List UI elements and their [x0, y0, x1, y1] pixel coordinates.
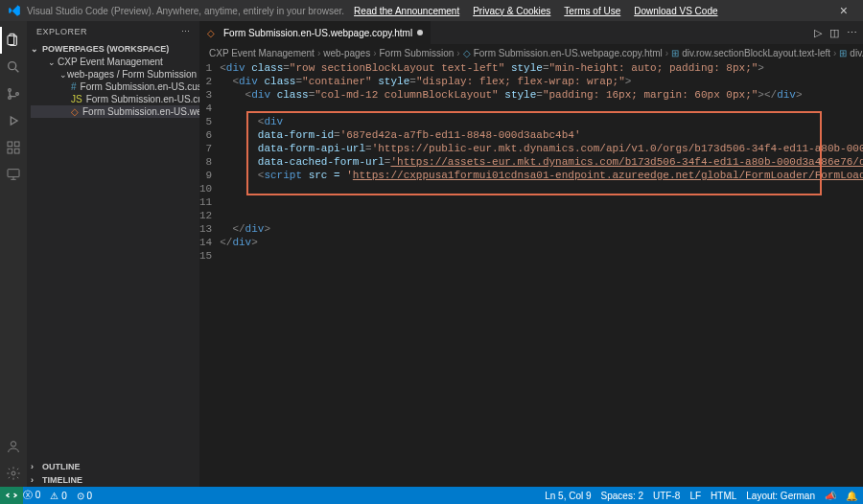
status-bar: ⓧ 0 ⚠ 0 ⊙ 0 Ln 5, Col 9 Spaces: 2 UTF-8 …: [0, 487, 863, 504]
search-icon[interactable]: [0, 54, 27, 80]
link-announcement[interactable]: Read the Announcement: [354, 6, 459, 16]
activity-bar: [0, 21, 27, 487]
link-privacy[interactable]: Privacy & Cookies: [473, 6, 550, 16]
split-editor-icon[interactable]: ◫: [829, 27, 839, 39]
svg-point-1: [9, 89, 12, 92]
link-terms[interactable]: Terms of Use: [564, 6, 620, 16]
status-ports[interactable]: ⊙ 0: [77, 491, 92, 501]
brackets-icon: ⊞: [839, 48, 847, 58]
run-icon[interactable]: ▷: [814, 27, 822, 39]
svg-point-0: [9, 62, 16, 70]
status-layout[interactable]: Layout: German: [746, 491, 815, 501]
close-icon[interactable]: ×: [832, 3, 855, 18]
account-icon[interactable]: [0, 433, 27, 460]
tab-active[interactable]: ◇ Form Submission.en-US.webpage.copy.htm…: [199, 21, 432, 44]
outline-header[interactable]: › OUTLINE: [27, 460, 199, 473]
status-spaces[interactable]: Spaces: 2: [601, 491, 643, 501]
sidebar: EXPLORER ⋯ ⌄ POWERPAGES (WORKSPACE) ⌄ CX…: [27, 21, 199, 487]
remote-explorer-icon[interactable]: [0, 161, 27, 188]
css-file-icon: #: [71, 81, 77, 92]
workspace-header[interactable]: ⌄ POWERPAGES (WORKSPACE): [27, 42, 199, 56]
tree-folder-webpages[interactable]: ⌄ web-pages / Form Submission: [31, 68, 199, 80]
brackets-icon: ⊞: [671, 48, 679, 58]
tabs-row: ◇ Form Submission.en-US.webpage.copy.htm…: [199, 21, 863, 44]
svg-rect-4: [8, 142, 12, 147]
product-tagline: Anywhere, anytime, entirely in your brow…: [156, 6, 344, 16]
gear-icon[interactable]: [0, 460, 27, 487]
svg-rect-6: [14, 149, 19, 153]
extensions-icon[interactable]: [0, 134, 27, 161]
tree-folder-root[interactable]: ⌄ CXP Event Management: [31, 56, 199, 68]
status-lang[interactable]: HTML: [711, 491, 736, 501]
file-tree: ⌄ CXP Event Management ⌄ web-pages / For…: [27, 56, 199, 118]
tree-file-html[interactable]: ◇ Form Submission.en-US.webpage.copy...: [31, 105, 199, 118]
code-editor[interactable]: 123 456 789 101112 131415 <div class="ro…: [199, 61, 863, 487]
chevron-down-icon: ⌄: [59, 70, 67, 80]
svg-point-9: [11, 442, 15, 447]
debug-icon[interactable]: [0, 107, 27, 134]
more-icon[interactable]: ⋯: [847, 27, 857, 39]
product-name: Visual Studio Code (Preview).: [27, 6, 154, 16]
vscode-icon: [8, 4, 21, 17]
code-content[interactable]: <div class="row sectionBlockLayout text-…: [220, 61, 863, 487]
chevron-down-icon: ⌄: [48, 57, 58, 67]
tree-file-js[interactable]: JS Form Submission.en-US.customjs.js: [31, 93, 199, 105]
chevron-right-icon: ›: [31, 475, 40, 485]
svg-point-2: [9, 97, 12, 100]
sidebar-title: EXPLORER ⋯: [27, 21, 199, 42]
js-file-icon: JS: [71, 94, 82, 104]
svg-rect-7: [14, 142, 19, 147]
status-encoding[interactable]: UTF-8: [653, 491, 680, 501]
svg-point-10: [12, 471, 15, 475]
timeline-header[interactable]: › TIMELINE: [27, 473, 199, 487]
titlebar-links: Read the Announcement Privacy & Cookies …: [354, 6, 717, 16]
svg-rect-5: [8, 149, 12, 153]
tab-label: Form Submission.en-US.webpage.copy.html: [223, 28, 412, 38]
title-bar: Visual Studio Code (Preview). Anywhere, …: [0, 0, 863, 21]
feedback-icon[interactable]: 📣: [825, 491, 836, 501]
svg-rect-8: [8, 170, 19, 177]
dirty-dot-icon: [417, 30, 423, 35]
remote-indicator-icon[interactable]: [0, 487, 23, 504]
sidebar-more-icon[interactable]: ⋯: [181, 27, 191, 36]
link-download[interactable]: Download VS Code: [634, 6, 717, 16]
breadcrumbs[interactable]: CXP Event Management› web-pages› Form Su…: [199, 44, 863, 61]
editor-area: ◇ Form Submission.en-US.webpage.copy.htm…: [199, 21, 863, 487]
status-errors[interactable]: ⓧ 0: [23, 489, 40, 502]
explorer-icon[interactable]: [0, 27, 27, 54]
chevron-right-icon: ›: [31, 462, 40, 471]
html-file-icon: ◇: [207, 28, 219, 38]
chevron-down-icon: ⌄: [31, 44, 40, 54]
tree-file-css[interactable]: # Form Submission.en-US.customcss.css: [31, 80, 199, 93]
status-warnings[interactable]: ⚠ 0: [50, 491, 66, 501]
line-gutter: 123 456 789 101112 131415: [199, 61, 220, 487]
source-control-icon[interactable]: [0, 80, 27, 107]
html-file-icon: ◇: [71, 106, 79, 117]
status-lncol[interactable]: Ln 5, Col 9: [545, 491, 591, 501]
svg-point-3: [16, 93, 19, 96]
status-eol[interactable]: LF: [689, 491, 701, 501]
html-file-icon: ◇: [463, 48, 471, 58]
bell-icon[interactable]: 🔔: [846, 491, 857, 501]
